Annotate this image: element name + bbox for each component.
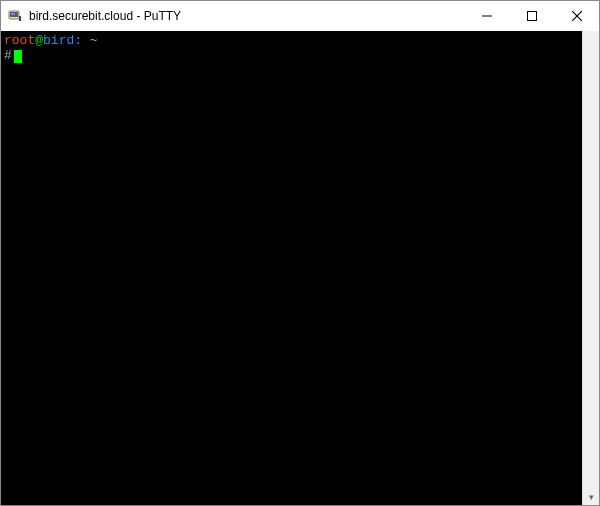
window-title: bird.securebit.cloud - PuTTY bbox=[29, 9, 464, 23]
svg-rect-5 bbox=[527, 12, 536, 21]
maximize-icon bbox=[527, 11, 537, 21]
terminal-cursor bbox=[14, 50, 22, 63]
putty-icon bbox=[7, 8, 23, 24]
prompt-path: ~ bbox=[82, 33, 98, 48]
prompt-user: root bbox=[4, 33, 35, 48]
close-icon bbox=[572, 11, 582, 21]
close-button[interactable] bbox=[554, 1, 599, 31]
titlebar[interactable]: bird.securebit.cloud - PuTTY bbox=[1, 1, 599, 31]
maximize-button[interactable] bbox=[509, 1, 554, 31]
window-controls bbox=[464, 1, 599, 31]
minimize-icon bbox=[482, 11, 492, 21]
scrollbar-thumb[interactable] bbox=[583, 31, 599, 505]
svg-rect-2 bbox=[19, 16, 21, 21]
prompt-host: bird bbox=[43, 33, 74, 48]
svg-rect-1 bbox=[10, 12, 18, 17]
scrollbar[interactable]: ▴ ▾ bbox=[582, 31, 599, 505]
client-area: root@bird: ~ # ▴ ▾ bbox=[1, 31, 599, 505]
putty-window: bird.securebit.cloud - PuTTY root@bird: … bbox=[0, 0, 600, 506]
prompt-colon: : bbox=[74, 33, 82, 48]
terminal[interactable]: root@bird: ~ # bbox=[1, 31, 582, 505]
scrollbar-down-arrow-icon[interactable]: ▾ bbox=[583, 488, 599, 505]
prompt-hash: # bbox=[4, 48, 12, 63]
minimize-button[interactable] bbox=[464, 1, 509, 31]
prompt-at: @ bbox=[35, 33, 43, 48]
